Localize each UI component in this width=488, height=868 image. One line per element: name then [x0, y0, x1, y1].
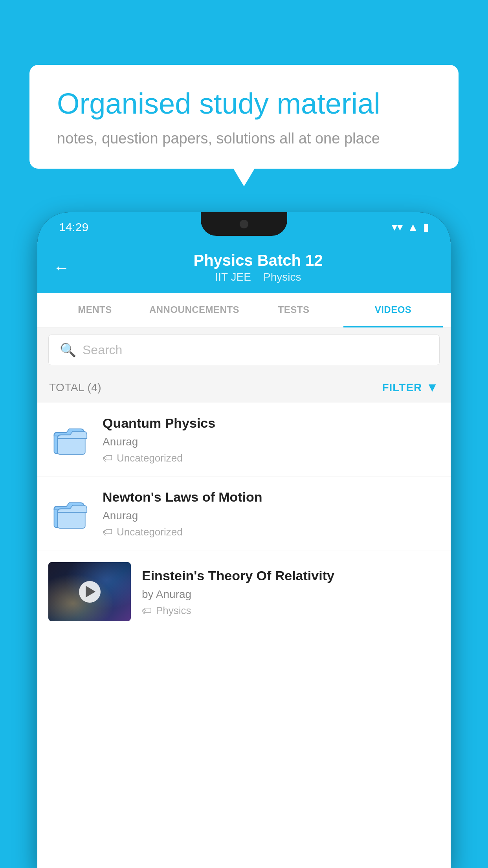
video-tag: 🏷 Physics — [142, 605, 440, 617]
battery-icon: ▮ — [423, 221, 429, 234]
list-item[interactable]: Einstein's Theory Of Relativity by Anura… — [37, 550, 451, 633]
status-time: 14:29 — [59, 221, 88, 234]
search-placeholder: Search — [83, 343, 122, 357]
header-title-block: Physics Batch 12 IIT JEE Physics — [81, 252, 435, 283]
video-list: Quantum Physics Anurag 🏷 Uncategorized — [37, 403, 451, 868]
bubble-title: Organised study material — [57, 86, 431, 121]
back-button[interactable]: ← — [53, 258, 70, 277]
camera-dot — [240, 220, 248, 228]
search-container: 🔍 Search — [37, 327, 451, 372]
search-icon: 🔍 — [60, 342, 76, 358]
tag-label: Uncategorized — [117, 526, 183, 538]
app-content: ← Physics Batch 12 IIT JEE Physics MENTS… — [37, 242, 451, 868]
tab-tests[interactable]: TESTS — [244, 293, 343, 327]
tag-label: Physics — [156, 605, 191, 617]
video-info: Quantum Physics Anurag 🏷 Uncategorized — [103, 414, 440, 464]
video-author: Anurag — [103, 509, 440, 522]
app-header: ← Physics Batch 12 IIT JEE Physics — [37, 242, 451, 293]
video-author: by Anurag — [142, 588, 440, 601]
video-title: Einstein's Theory Of Relativity — [142, 567, 440, 584]
filter-funnel-icon: ▼ — [426, 380, 439, 395]
video-info: Newton's Laws of Motion Anurag 🏷 Uncateg… — [103, 488, 440, 538]
video-tag: 🏷 Uncategorized — [103, 526, 440, 538]
filter-label: FILTER — [382, 381, 422, 394]
folder-icon-wrap — [48, 418, 92, 461]
total-label: TOTAL (4) — [49, 381, 101, 394]
phone-frame: 14:29 ▾▾ ▲ ▮ ← Physics Batch 12 IIT JEE … — [37, 212, 451, 868]
wifi-icon: ▾▾ — [392, 221, 403, 234]
video-title: Quantum Physics — [103, 414, 440, 432]
filter-bar: TOTAL (4) FILTER ▼ — [37, 372, 451, 403]
status-bar: 14:29 ▾▾ ▲ ▮ — [37, 212, 451, 242]
search-bar[interactable]: 🔍 Search — [48, 335, 440, 365]
play-triangle-icon — [86, 586, 95, 598]
tag-label: Uncategorized — [117, 452, 183, 464]
tabs-container: MENTS ANNOUNCEMENTS TESTS VIDEOS — [37, 293, 451, 327]
bubble-subtitle: notes, question papers, solutions all at… — [57, 130, 431, 147]
tag-icon: 🏷 — [103, 526, 113, 538]
phone-notch — [201, 212, 287, 236]
list-item[interactable]: Quantum Physics Anurag 🏷 Uncategorized — [37, 403, 451, 476]
status-icons: ▾▾ ▲ ▮ — [392, 221, 429, 234]
folder-icon — [52, 422, 88, 457]
video-author: Anurag — [103, 436, 440, 448]
header-title: Physics Batch 12 — [81, 252, 435, 269]
video-tag: 🏷 Uncategorized — [103, 452, 440, 464]
tab-ments[interactable]: MENTS — [45, 293, 145, 327]
speech-bubble: Organised study material notes, question… — [29, 65, 459, 169]
video-thumbnail — [48, 562, 131, 621]
folder-icon-wrap — [48, 492, 92, 535]
header-subtitle: IIT JEE Physics — [81, 271, 435, 283]
tab-announcements[interactable]: ANNOUNCEMENTS — [145, 293, 244, 327]
tab-videos[interactable]: VIDEOS — [343, 293, 443, 327]
tag-icon: 🏷 — [103, 452, 113, 464]
folder-icon — [52, 496, 88, 531]
signal-icon: ▲ — [407, 221, 418, 234]
video-title: Newton's Laws of Motion — [103, 488, 440, 506]
play-button[interactable] — [79, 581, 101, 603]
speech-bubble-container: Organised study material notes, question… — [29, 65, 459, 169]
tag-icon: 🏷 — [142, 605, 152, 617]
header-subtitle-physics: Physics — [263, 271, 301, 283]
filter-button[interactable]: FILTER ▼ — [382, 380, 439, 395]
header-subtitle-iitjee: IIT JEE — [215, 271, 251, 283]
video-info: Einstein's Theory Of Relativity by Anura… — [142, 567, 440, 617]
list-item[interactable]: Newton's Laws of Motion Anurag 🏷 Uncateg… — [37, 476, 451, 550]
